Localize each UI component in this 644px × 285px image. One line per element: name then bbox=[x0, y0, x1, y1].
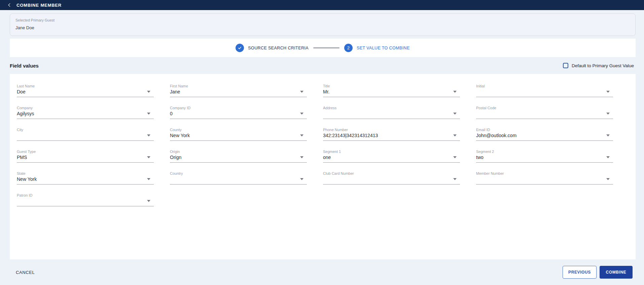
select-field-country[interactable]: Country bbox=[170, 171, 307, 184]
field-control bbox=[17, 198, 154, 206]
step-label: SET VALUE TO COMBINE bbox=[357, 46, 410, 50]
select-field-member-number[interactable]: Member Number bbox=[476, 171, 613, 184]
footer-bar: CANCEL PREVIOUS COMBINE bbox=[0, 259, 644, 285]
field-value: New York bbox=[17, 176, 37, 182]
dropdown-arrow-icon[interactable] bbox=[606, 134, 610, 136]
previous-button[interactable]: PREVIOUS bbox=[563, 266, 597, 279]
dropdown-arrow-icon[interactable] bbox=[453, 156, 457, 158]
select-field-segment-1[interactable]: Segment 1 one bbox=[323, 150, 460, 162]
field-label: Address bbox=[323, 106, 460, 110]
dropdown-arrow-icon[interactable] bbox=[300, 113, 303, 115]
field-value: one bbox=[323, 155, 331, 160]
selected-primary-guest-label: Selected Primary Guest bbox=[15, 18, 630, 23]
select-field-title[interactable]: Title Mr. bbox=[323, 84, 460, 97]
field-control: Jane bbox=[170, 89, 307, 97]
dropdown-arrow-icon[interactable] bbox=[147, 134, 150, 136]
dropdown-arrow-icon[interactable] bbox=[300, 91, 303, 93]
field-control: Doe bbox=[17, 89, 154, 97]
select-field-segment-2[interactable]: Segment 2 two bbox=[476, 150, 613, 162]
dropdown-arrow-icon[interactable] bbox=[453, 91, 457, 93]
select-field-club-card-number[interactable]: Club Card Number bbox=[323, 171, 460, 184]
dropdown-arrow-icon[interactable] bbox=[300, 178, 303, 180]
field-label: Club Card Number bbox=[323, 171, 460, 176]
dropdown-arrow-icon[interactable] bbox=[147, 91, 150, 93]
stepper: SOURCE SEARCH CRITERIA 2 SET VALUE TO CO… bbox=[236, 44, 409, 52]
field-control: Mr. bbox=[323, 89, 460, 97]
checkbox-icon[interactable] bbox=[563, 63, 568, 68]
back-icon[interactable] bbox=[6, 2, 12, 8]
field-control: PMS bbox=[17, 154, 154, 163]
select-field-initial[interactable]: Initial bbox=[476, 84, 613, 97]
dropdown-arrow-icon[interactable] bbox=[606, 156, 610, 158]
field-control: Orign bbox=[170, 154, 307, 163]
field-value: Doe bbox=[17, 89, 26, 94]
field-value: John@outlook.com bbox=[476, 133, 516, 138]
combine-button[interactable]: COMBINE bbox=[600, 266, 633, 279]
field-value: Jane bbox=[170, 89, 180, 94]
select-field-county[interactable]: County New York bbox=[170, 128, 307, 140]
select-field-company-id[interactable]: Company ID 0 bbox=[170, 106, 307, 119]
step-number: 2 bbox=[344, 44, 353, 52]
dropdown-arrow-icon[interactable] bbox=[453, 178, 457, 180]
select-field-patron-id[interactable]: Patron ID bbox=[17, 193, 154, 206]
field-control: 342:23143|342314312413 bbox=[323, 132, 460, 141]
field-label: Postal Code bbox=[476, 106, 613, 110]
field-label: Title bbox=[323, 84, 460, 88]
default-to-primary-guest-checkbox-row[interactable]: Default to Primary Guest Value bbox=[563, 63, 634, 68]
checkbox-label: Default to Primary Guest Value bbox=[572, 63, 634, 68]
app-header: COMBINE MEMBER bbox=[0, 0, 644, 10]
field-value: Mr. bbox=[323, 89, 329, 94]
select-field-state[interactable]: State New York bbox=[17, 171, 154, 184]
field-label: First Name bbox=[170, 84, 307, 88]
section-band: Field values Default to Primary Guest Va… bbox=[0, 57, 644, 74]
field-label: Segment 2 bbox=[476, 150, 613, 154]
field-control bbox=[170, 176, 307, 185]
dropdown-arrow-icon[interactable] bbox=[300, 156, 303, 158]
dropdown-arrow-icon[interactable] bbox=[147, 156, 150, 158]
field-label: Initial bbox=[476, 84, 613, 88]
fields-grid: Last Name Doe First Name Jane Title Mr. … bbox=[17, 84, 636, 215]
field-value: New York bbox=[170, 133, 190, 138]
select-field-phone-number[interactable]: Phone Number 342:23143|342314312413 bbox=[323, 128, 460, 140]
field-label: Last Name bbox=[17, 84, 154, 88]
field-control: two bbox=[476, 154, 613, 163]
field-control bbox=[476, 111, 613, 119]
dropdown-arrow-icon[interactable] bbox=[453, 113, 457, 115]
dropdown-arrow-icon[interactable] bbox=[606, 91, 610, 93]
select-field-guest-type[interactable]: Guest Type PMS bbox=[17, 150, 154, 162]
page-title: COMBINE MEMBER bbox=[16, 3, 62, 8]
dropdown-arrow-icon[interactable] bbox=[147, 200, 150, 202]
step-check-icon bbox=[236, 44, 244, 52]
field-label: Phone Number bbox=[323, 128, 460, 132]
field-control: New York bbox=[17, 176, 154, 185]
field-label: Member Number bbox=[476, 171, 613, 176]
select-field-postal-code[interactable]: Postal Code bbox=[476, 106, 613, 119]
select-field-company[interactable]: Company Agilysys bbox=[17, 106, 154, 119]
selected-primary-guest-box: Selected Primary Guest Jane Doe bbox=[10, 13, 636, 36]
field-label: Company bbox=[17, 106, 154, 110]
dropdown-arrow-icon[interactable] bbox=[606, 113, 610, 115]
dropdown-arrow-icon[interactable] bbox=[147, 178, 150, 180]
select-field-origin[interactable]: Origin Orign bbox=[170, 150, 307, 162]
dropdown-arrow-icon[interactable] bbox=[147, 113, 150, 115]
field-control: Agilysys bbox=[17, 111, 154, 119]
dropdown-arrow-icon[interactable] bbox=[453, 134, 457, 136]
select-field-city[interactable]: City bbox=[17, 128, 154, 140]
dropdown-arrow-icon[interactable] bbox=[606, 178, 610, 180]
step-source-search-criteria[interactable]: SOURCE SEARCH CRITERIA bbox=[236, 44, 309, 52]
select-field-email-id[interactable]: Email ID John@outlook.com bbox=[476, 128, 613, 140]
field-control: John@outlook.com bbox=[476, 132, 613, 141]
select-field-last-name[interactable]: Last Name Doe bbox=[17, 84, 154, 97]
step-set-value-to-combine[interactable]: 2 SET VALUE TO COMBINE bbox=[344, 44, 410, 52]
select-field-address[interactable]: Address bbox=[323, 106, 460, 119]
field-control bbox=[323, 176, 460, 185]
dropdown-arrow-icon[interactable] bbox=[300, 134, 303, 136]
field-value: Orign bbox=[170, 155, 181, 160]
select-field-first-name[interactable]: First Name Jane bbox=[170, 84, 307, 97]
field-control bbox=[17, 132, 154, 141]
field-control bbox=[476, 89, 613, 97]
field-label: Guest Type bbox=[17, 150, 154, 154]
field-control bbox=[323, 111, 460, 119]
cancel-button[interactable]: CANCEL bbox=[16, 270, 35, 275]
section-title: Field values bbox=[10, 63, 39, 69]
